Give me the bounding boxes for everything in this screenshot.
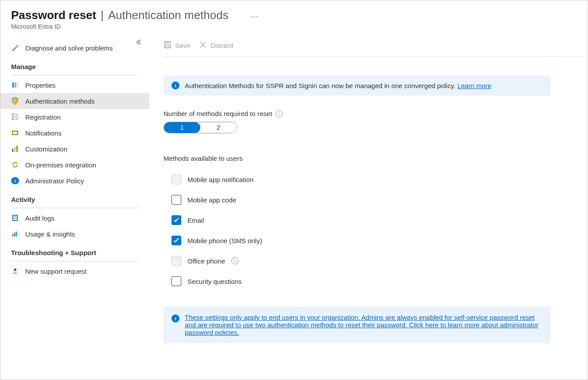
content-pane: Save Discard i Authentication Methods fo… [149,36,588,343]
svg-rect-2 [12,82,14,88]
sidebar-item-support[interactable]: New support request [0,263,149,279]
sidebar-item-label: Authentication methods [25,97,95,105]
method-item-sms: Mobile phone (SMS only) [164,230,588,251]
svg-rect-15 [14,217,16,217]
sidebar-item-authentication-methods[interactable]: Authentication methods [0,93,149,109]
checkbox-sms[interactable] [171,236,181,245]
svg-rect-10 [12,149,13,152]
svg-rect-9 [13,132,17,134]
num-required-toggle: 1 2 [164,122,237,133]
sidebar-item-label: On-premises integration [25,161,96,169]
info-banner-top: i Authentication Methods for SSPR and Si… [164,75,550,96]
sidebar-item-label: Diagnose and solve problems [25,44,113,52]
svg-rect-6 [15,116,18,117]
method-item-app_code: Mobile app code [164,190,588,210]
page-subtitle: Microsoft Entra ID [11,23,577,30]
toggle-option-2[interactable]: 2 [200,122,237,133]
title-main: Password reset [11,8,96,22]
info-icon: i [171,314,179,322]
shield-icon [11,97,19,105]
info-icon: i [171,81,179,89]
checkbox-app_code[interactable] [171,195,181,205]
save-label: Save [175,42,190,49]
customization-icon [11,145,19,153]
help-icon[interactable]: i [276,110,283,117]
checkbox-app_notif [171,174,181,184]
save-icon [164,41,171,50]
megaphone-icon [11,129,19,137]
method-label: Mobile phone (SMS only) [187,237,262,244]
sidebar-item-label: Administrator Policy [25,177,84,185]
sidebar-item-label: Notifications [25,129,62,137]
svg-rect-22 [166,42,168,43]
admin-policy-link[interactable]: These settings only apply to end users i… [185,314,542,336]
banner-text: Authentication Methods for SSPR and Sign… [185,82,491,89]
svg-rect-16 [14,218,16,218]
method-label: Mobile app code [187,196,236,204]
sidebar-item-usage[interactable]: Usage & insights [0,226,149,242]
learn-more-link[interactable]: Learn more [457,82,491,89]
sidebar-item-adminpolicy[interactable]: i Administrator Policy [0,173,149,189]
methods-label: Methods available to users [164,155,242,162]
title-section: Authentication methods [108,8,229,22]
more-actions-button[interactable]: ··· [248,12,261,21]
close-icon [199,41,207,50]
save-button[interactable]: Save [164,41,190,50]
sidebar-group-manage: Manage [0,56,149,73]
log-icon [11,214,19,222]
chart-icon [11,230,19,238]
method-label: Email [187,217,204,224]
checkbox-email[interactable] [171,215,181,225]
svg-rect-3 [15,82,16,88]
sidebar-group-activity: Activity [0,189,149,206]
title-separator: | [101,8,104,22]
sidebar-item-auditlogs[interactable]: Audit logs [0,210,149,226]
sidebar-item-label: Registration [25,113,61,121]
sidebar-item-label: Usage & insights [25,230,75,238]
svg-rect-11 [14,147,16,152]
checklist-icon [11,113,19,121]
help-icon[interactable]: i [231,257,238,264]
info-icon: i [11,177,19,185]
discard-button[interactable]: Discard [199,41,233,50]
sidebar-item-diagnose[interactable]: Diagnose and solve problems [0,40,149,56]
svg-rect-19 [16,232,17,237]
methods-list: Mobile app notificationMobile app codeEm… [164,169,588,291]
svg-rect-21 [164,42,171,48]
discard-label: Discard [210,42,233,49]
method-item-email: Email [164,210,588,230]
method-item-secq: Security questions [164,271,588,291]
sidebar-item-properties[interactable]: Properties [0,77,149,93]
svg-rect-7 [15,119,18,120]
num-required-label: Number of methods required to reset [164,110,272,117]
divider [11,261,139,261]
svg-point-1 [17,45,18,46]
wrench-icon [11,44,19,52]
sidebar-item-notifications[interactable]: Notifications [0,125,149,141]
method-item-app_notif: Mobile app notification [164,169,588,190]
svg-rect-12 [16,146,18,152]
sidebar-item-registration[interactable]: Registration [0,109,149,125]
methods-available-row: Methods available to users [164,155,588,162]
sidebar-group-support: Troubleshooting + Support [0,242,149,259]
svg-point-0 [12,50,13,51]
svg-rect-4 [17,82,18,88]
toggle-option-1[interactable]: 1 [164,122,200,133]
svg-point-20 [14,268,16,271]
method-label: Mobile app notification [187,176,253,183]
method-label: Security questions [187,278,242,285]
sidebar-item-label: Properties [25,81,55,89]
sidebar: Diagnose and solve problems Manage Prope… [0,36,149,343]
page-title: Password reset | Authentication methods … [11,8,577,22]
checkbox-secq[interactable] [171,276,181,286]
sidebar-item-label: Audit logs [25,214,55,222]
collapse-sidebar-button[interactable] [133,37,143,47]
page-header: Password reset | Authentication methods … [0,0,588,33]
sidebar-item-customization[interactable]: Customization [0,141,149,157]
sidebar-item-label: Customization [25,145,67,153]
divider [11,208,139,208]
toolbar: Save Discard [164,38,584,57]
sidebar-item-onprem[interactable]: On-premises integration [0,157,149,173]
info-banner-bottom: i These settings only apply to end users… [164,306,550,343]
sync-icon [11,161,19,169]
